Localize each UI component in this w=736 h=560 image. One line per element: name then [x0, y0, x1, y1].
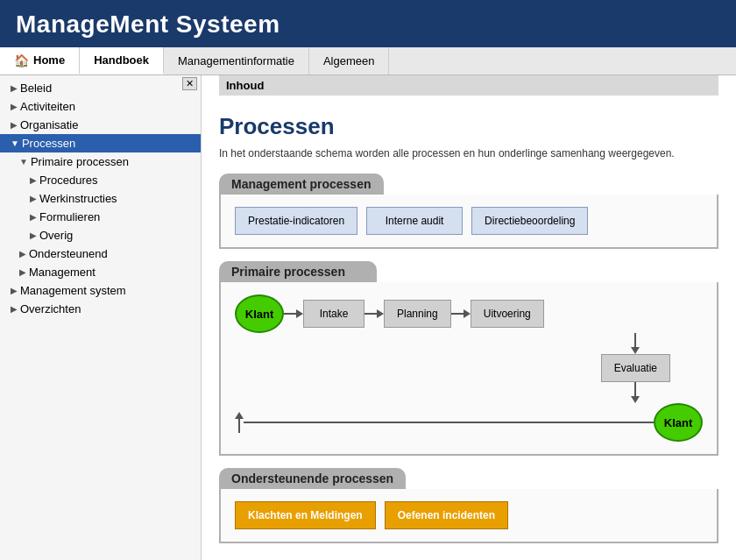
- arrow-icon: ▶: [30, 230, 37, 240]
- tab-algemeen-label: Algemeen: [323, 54, 375, 67]
- up-arrow: [235, 412, 244, 419]
- sidebar-item-activiteiten[interactable]: ▶ Activiteiten: [0, 97, 201, 116]
- node-evaluatie[interactable]: Evaluatie: [601, 354, 670, 382]
- sidebar-item-label: Overzichten: [20, 302, 81, 315]
- sidebar-item-label: Activiteiten: [20, 100, 75, 113]
- node-klant-end[interactable]: Klant: [654, 403, 703, 442]
- tab-home-label: Home: [33, 53, 65, 67]
- ondersteunende-section: Ondersteunende processen Klachten en Mel…: [219, 468, 718, 543]
- right-flow: Evaluatie: [601, 333, 670, 403]
- node-klant-start[interactable]: Klant: [235, 294, 284, 333]
- management-section-header: Management processen: [219, 174, 384, 195]
- arrow-icon: ▶: [30, 175, 37, 185]
- management-section-body: Prestatie-indicatoren Interne audit Dire…: [219, 195, 718, 249]
- proc-box-directie[interactable]: Directiebeoordeling: [471, 207, 588, 235]
- arrow-icon: ▼: [19, 157, 28, 167]
- connector-3: [451, 309, 471, 318]
- sidebar-item-ondersteunend[interactable]: ▶ Ondersteunend: [9, 245, 201, 263]
- arrowhead: [296, 309, 303, 318]
- sidebar-item-label: Formulieren: [39, 210, 100, 223]
- connector-1: [284, 309, 303, 318]
- line: [451, 313, 464, 315]
- sidebar-item-label: Overig: [39, 229, 73, 242]
- tab-handboek[interactable]: Handboek: [80, 47, 164, 74]
- down-arrow-1: [631, 347, 640, 354]
- sidebar-item-label: Beleid: [20, 82, 52, 95]
- arrow-icon: ▶: [11, 120, 18, 130]
- ondersteunende-section-body: Klachten en Meldingen Oefenen incidenten: [219, 489, 718, 543]
- proc-box-klachten[interactable]: Klachten en Meldingen: [235, 501, 376, 529]
- line: [364, 313, 377, 315]
- arrow-icon: ▶: [19, 267, 26, 277]
- horiz-return-line: [244, 422, 654, 423]
- arrow-icon: ▶: [11, 102, 18, 111]
- sidebar-item-formulieren[interactable]: ▶ Formulieren: [19, 208, 201, 226]
- flow-top-row: Klant Intake: [235, 294, 703, 333]
- line: [284, 313, 296, 315]
- content-area: Inhoud Processen In het onderstaande sch…: [202, 75, 736, 560]
- management-boxes: Prestatie-indicatoren Interne audit Dire…: [235, 207, 703, 235]
- tab-managementinfo-label: Managementinformatie: [178, 54, 294, 67]
- arrowhead: [377, 309, 384, 318]
- primaire-section-body: Klant Intake: [219, 282, 718, 456]
- content-breadcrumb: Inhoud: [219, 75, 718, 96]
- tab-home[interactable]: 🏠 Home: [0, 47, 80, 74]
- arrow-icon: ▶: [11, 304, 18, 314]
- sidebar-item-label: Management: [29, 266, 96, 279]
- sidebar-item-overig[interactable]: ▶ Overig: [19, 226, 201, 245]
- bottom-flow: Klant: [235, 403, 703, 442]
- home-icon: 🏠: [14, 53, 29, 67]
- down-arrow-2: [631, 396, 640, 403]
- management-processen-section: Management processen Prestatie-indicator…: [219, 174, 718, 249]
- arrowhead: [464, 309, 471, 318]
- tab-managementinfo[interactable]: Managementinformatie: [164, 47, 309, 74]
- arrow-icon: ▶: [30, 194, 37, 203]
- vert-line-3: [238, 419, 240, 433]
- sidebar-item-management[interactable]: ▶ Management: [9, 263, 201, 281]
- proc-box-prestatie[interactable]: Prestatie-indicatoren: [235, 207, 357, 235]
- node-uitvoering[interactable]: Uitvoering: [471, 300, 544, 328]
- up-arrow-group: [235, 412, 244, 433]
- sidebar-item-processen[interactable]: ▼ Processen: [0, 134, 201, 152]
- sidebar: ✕ ▶ Beleid ▶ Activiteiten ▶ Organisatie …: [0, 75, 202, 560]
- sidebar-item-procedures[interactable]: ▶ Procedures: [19, 171, 201, 189]
- sidebar-item-label: Werkinstructies: [39, 192, 117, 205]
- flow-bottom-row: Klant: [235, 403, 703, 442]
- proc-box-oefenen[interactable]: Oefenen incidenten: [385, 501, 508, 529]
- sidebar-item-management-system[interactable]: ▶ Management system: [0, 281, 201, 300]
- node-intake[interactable]: Intake: [303, 300, 364, 328]
- app-header: ManageMent Systeem: [0, 0, 736, 47]
- sidebar-item-label: Management system: [20, 284, 126, 297]
- sidebar-item-label: Primaire processen: [31, 155, 129, 168]
- tab-algemeen[interactable]: Algemeen: [309, 47, 390, 74]
- page-subtitle: In het onderstaande schema worden alle p…: [219, 147, 718, 159]
- ondersteunende-section-header: Ondersteunende processen: [219, 468, 406, 489]
- app-title: ManageMent Systeem: [16, 11, 720, 39]
- sidebar-item-werkinstructies[interactable]: ▶ Werkinstructies: [19, 189, 201, 208]
- sidebar-item-organisatie[interactable]: ▶ Organisatie: [0, 116, 201, 134]
- sidebar-close-button[interactable]: ✕: [182, 77, 197, 90]
- proc-box-audit[interactable]: Interne audit: [366, 207, 463, 235]
- sidebar-item-label: Ondersteunend: [29, 247, 108, 260]
- arrow-icon: ▶: [19, 249, 26, 259]
- ondersteunende-boxes: Klachten en Meldingen Oefenen incidenten: [235, 501, 703, 529]
- connector-2: [364, 309, 384, 318]
- navigation-bar: 🏠 Home Handboek Managementinformatie Alg…: [0, 47, 736, 75]
- arrow-icon: ▶: [30, 212, 37, 222]
- primaire-flow-diagram: Klant Intake: [235, 294, 703, 442]
- sidebar-item-beleid[interactable]: ▶ Beleid: [0, 79, 201, 97]
- flow-right-column-wrapper: Evaluatie: [235, 333, 703, 403]
- arrow-icon: ▶: [11, 83, 18, 93]
- arrow-icon: ▼: [11, 138, 19, 148]
- main-layout: ✕ ▶ Beleid ▶ Activiteiten ▶ Organisatie …: [0, 75, 736, 560]
- tab-handboek-label: Handboek: [94, 53, 149, 67]
- vert-line-1: [634, 333, 636, 347]
- sidebar-item-primaire[interactable]: ▼ Primaire processen: [9, 152, 201, 171]
- arrow-icon: ▶: [11, 286, 18, 295]
- sidebar-item-label: Processen: [22, 137, 75, 150]
- sidebar-item-label: Procedures: [39, 174, 97, 187]
- page-title: Processen: [219, 104, 718, 140]
- sidebar-item-overzichten[interactable]: ▶ Overzichten: [0, 300, 201, 318]
- flow-right-col: Evaluatie: [284, 333, 703, 403]
- node-planning[interactable]: Planning: [384, 300, 451, 328]
